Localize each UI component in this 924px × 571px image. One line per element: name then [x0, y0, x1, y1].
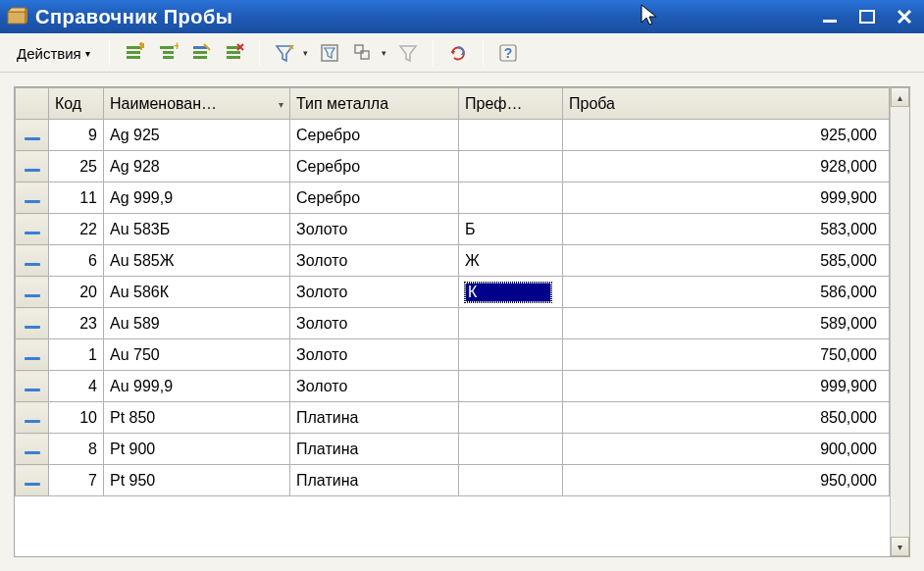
cell-name[interactable]: Au 589	[104, 308, 290, 339]
cell-prefix[interactable]	[459, 371, 563, 402]
cell-prefix[interactable]	[459, 434, 563, 465]
cell-name[interactable]: Pt 850	[104, 402, 290, 434]
cell-proba[interactable]: 585,000	[563, 245, 890, 277]
cell-proba[interactable]: 999,900	[563, 182, 890, 214]
cell-code[interactable]: 1	[49, 339, 104, 371]
cell-prefix[interactable]	[459, 182, 563, 214]
cell-code[interactable]: 6	[49, 245, 104, 277]
cell-code[interactable]: 20	[49, 277, 104, 308]
cell-name[interactable]: Ag 999,9	[104, 182, 290, 214]
chevron-down-icon[interactable]: ▾	[380, 48, 389, 58]
vertical-scrollbar[interactable]: ▴ ▾	[890, 87, 909, 556]
actions-menu[interactable]: Действия ▾	[8, 40, 99, 67]
cell-prefix[interactable]	[459, 339, 563, 371]
maximize-button[interactable]	[853, 6, 881, 27]
add-icon[interactable]	[120, 38, 149, 68]
cell-metal[interactable]: Платина	[290, 402, 459, 434]
close-button[interactable]	[891, 6, 918, 27]
col-metal-header[interactable]: Тип металла	[290, 88, 459, 120]
cell-name[interactable]: Au 586К	[104, 277, 290, 308]
table-row[interactable]: 7Pt 950Платина950,000	[16, 465, 890, 496]
cell-code[interactable]: 10	[49, 402, 104, 434]
cell-metal[interactable]: Золото	[290, 371, 459, 402]
table-row[interactable]: 23Au 589Золото589,000	[16, 308, 890, 339]
add-group-icon[interactable]: +	[153, 38, 182, 68]
cell-code[interactable]: 9	[49, 120, 104, 151]
table-row[interactable]: 1Au 750Золото750,000	[16, 339, 890, 371]
cell-name[interactable]: Au 999,9	[104, 371, 290, 402]
cell-proba[interactable]: 586,000	[563, 277, 890, 308]
cell-name[interactable]: Ag 928	[104, 151, 290, 182]
hierarchy-icon[interactable]	[348, 38, 378, 68]
selected-cell[interactable]: К	[465, 283, 551, 302]
filter-field-icon[interactable]	[315, 38, 344, 68]
cell-prefix[interactable]: К	[459, 277, 563, 308]
cell-name[interactable]: Ag 925	[104, 120, 290, 151]
table-row[interactable]: 20Au 586КЗолотоК586,000	[16, 277, 890, 308]
table-row[interactable]: 6Au 585ЖЗолотоЖ585,000	[16, 245, 890, 277]
cell-code[interactable]: 7	[49, 465, 104, 496]
cell-metal[interactable]: Золото	[290, 277, 459, 308]
table-row[interactable]: 4Au 999,9Золото999,900	[16, 371, 890, 402]
col-prefix-header[interactable]: Преф…	[459, 88, 563, 120]
cell-proba[interactable]: 583,000	[563, 214, 890, 245]
cell-metal[interactable]: Серебро	[290, 182, 459, 214]
edit-icon[interactable]	[186, 38, 216, 68]
filter-icon[interactable]	[270, 38, 299, 68]
cell-metal[interactable]: Платина	[290, 465, 459, 496]
table-row[interactable]: 25Ag 928Серебро928,000	[16, 151, 890, 182]
cell-proba[interactable]: 589,000	[563, 308, 890, 339]
cell-prefix[interactable]	[459, 308, 563, 339]
cell-name[interactable]: Pt 900	[104, 434, 290, 465]
cell-metal[interactable]: Золото	[290, 214, 459, 245]
cell-metal[interactable]: Золото	[290, 245, 459, 277]
cell-proba[interactable]: 900,000	[563, 434, 890, 465]
cell-code[interactable]: 23	[49, 308, 104, 339]
table-row[interactable]: 9Ag 925Серебро925,000	[16, 120, 890, 151]
col-marker-header[interactable]	[16, 88, 49, 120]
scroll-down-icon[interactable]: ▾	[891, 537, 909, 556]
cell-prefix[interactable]	[459, 465, 563, 496]
chevron-down-icon[interactable]: ▾	[301, 48, 311, 58]
cell-proba[interactable]: 850,000	[563, 402, 890, 434]
cell-code[interactable]: 8	[49, 434, 104, 465]
cell-proba[interactable]: 950,000	[563, 465, 890, 496]
cell-name[interactable]: Au 585Ж	[104, 245, 290, 277]
cell-proba[interactable]: 750,000	[563, 339, 890, 371]
table-row[interactable]: 22Au 583БЗолотоБ583,000	[16, 214, 890, 245]
cell-prefix[interactable]: Б	[459, 214, 563, 245]
clear-filter-icon[interactable]	[393, 38, 423, 68]
cell-proba[interactable]: 928,000	[563, 151, 890, 182]
delete-icon[interactable]	[220, 38, 249, 68]
cell-metal[interactable]: Платина	[290, 434, 459, 465]
cell-code[interactable]: 25	[49, 151, 104, 182]
col-proba-header[interactable]: Проба	[563, 88, 890, 120]
cell-code[interactable]: 11	[49, 182, 104, 214]
cell-prefix[interactable]	[459, 151, 563, 182]
help-icon[interactable]: ?	[493, 38, 523, 68]
table-row[interactable]: 8Pt 900Платина900,000	[16, 434, 890, 465]
cell-prefix[interactable]	[459, 402, 563, 434]
table-row[interactable]: 10Pt 850Платина850,000	[16, 402, 890, 434]
scroll-up-icon[interactable]: ▴	[891, 87, 909, 107]
cell-metal[interactable]: Золото	[290, 308, 459, 339]
data-grid[interactable]: Код Наименован…▾ Тип металла Преф… Проба…	[14, 86, 910, 557]
scroll-track[interactable]	[891, 107, 909, 537]
cell-prefix[interactable]	[459, 120, 563, 151]
minimize-button[interactable]	[816, 6, 844, 27]
cell-prefix[interactable]: Ж	[459, 245, 563, 277]
col-code-header[interactable]: Код	[49, 88, 104, 120]
cell-name[interactable]: Au 583Б	[104, 214, 290, 245]
cell-name[interactable]: Pt 950	[104, 465, 290, 496]
refresh-icon[interactable]	[443, 38, 473, 68]
col-name-header[interactable]: Наименован…▾	[104, 88, 290, 120]
cell-proba[interactable]: 925,000	[563, 120, 890, 151]
cell-metal[interactable]: Серебро	[290, 151, 459, 182]
cell-proba[interactable]: 999,900	[563, 371, 890, 402]
table-row[interactable]: 11Ag 999,9Серебро999,900	[16, 182, 890, 214]
cell-code[interactable]: 22	[49, 214, 104, 245]
cell-metal[interactable]: Золото	[290, 339, 459, 371]
cell-code[interactable]: 4	[49, 371, 104, 402]
cell-metal[interactable]: Серебро	[290, 120, 459, 151]
cell-name[interactable]: Au 750	[104, 339, 290, 371]
